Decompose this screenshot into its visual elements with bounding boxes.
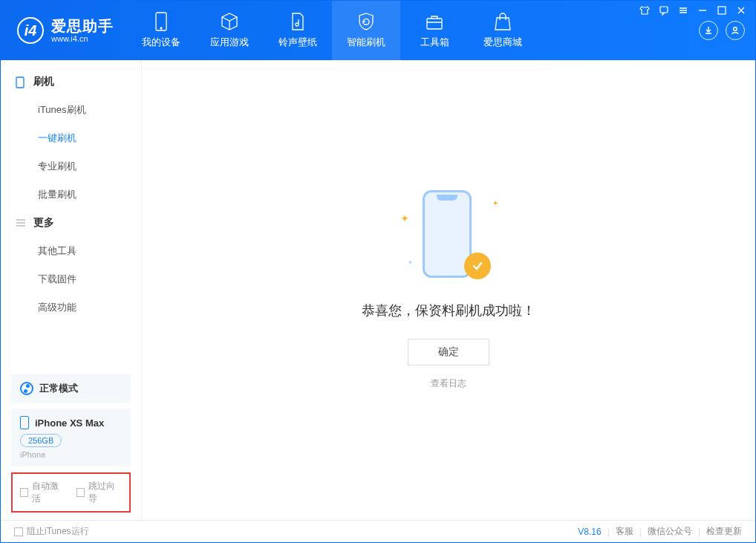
nav-smart-flash[interactable]: 智能刷机 bbox=[332, 1, 400, 60]
sidebar-group-flash: 刷机 bbox=[1, 68, 141, 96]
svg-point-4 bbox=[296, 23, 299, 26]
device-phone-icon bbox=[20, 416, 29, 429]
mode-icon bbox=[20, 382, 33, 395]
nav-store[interactable]: 爱思商城 bbox=[469, 1, 537, 60]
svg-rect-1 bbox=[718, 7, 726, 14]
nav-label: 我的设备 bbox=[142, 36, 180, 49]
shield-refresh-icon bbox=[356, 12, 376, 31]
close-button[interactable] bbox=[736, 5, 746, 16]
device-storage-badge: 256GB bbox=[20, 434, 62, 447]
nav-label: 工具箱 bbox=[420, 36, 449, 49]
mode-box[interactable]: 正常模式 bbox=[11, 374, 131, 403]
nav-label: 铃声壁纸 bbox=[278, 36, 317, 49]
auto-activate-checkbox[interactable]: 自动激活 bbox=[20, 480, 66, 505]
logo: i4 爱思助手 www.i4.cn bbox=[1, 1, 127, 60]
checkbox-icon bbox=[14, 527, 23, 536]
body: 刷机 iTunes刷机 一键刷机 专业刷机 批量刷机 更多 其他工具 下载固件 … bbox=[1, 60, 755, 520]
footer: 阻止iTunes运行 V8.16 | 客服 | 微信公众号 | 检查更新 bbox=[1, 520, 755, 542]
user-button[interactable] bbox=[726, 21, 745, 40]
device-icon bbox=[151, 12, 171, 31]
sidebar-item-advanced[interactable]: 高级功能 bbox=[1, 293, 141, 322]
nav-my-device[interactable]: 我的设备 bbox=[127, 1, 195, 60]
sidebar-group-title: 更多 bbox=[33, 216, 54, 230]
sidebar-item-other-tools[interactable]: 其他工具 bbox=[1, 237, 141, 265]
success-message: 恭喜您，保资料刷机成功啦！ bbox=[362, 302, 535, 319]
sidebar-item-pro-flash[interactable]: 专业刷机 bbox=[1, 152, 141, 181]
device-box[interactable]: iPhone XS Max 256GB iPhone bbox=[11, 409, 131, 466]
window-controls bbox=[639, 5, 746, 16]
music-file-icon bbox=[288, 12, 307, 31]
nav-toolbox[interactable]: 工具箱 bbox=[400, 1, 469, 60]
menu-icon[interactable] bbox=[678, 5, 688, 16]
cube-icon bbox=[220, 12, 239, 31]
block-itunes-checkbox[interactable]: 阻止iTunes运行 bbox=[14, 525, 89, 538]
separator: | bbox=[607, 527, 610, 537]
maximize-button[interactable] bbox=[717, 5, 727, 16]
feedback-icon[interactable] bbox=[659, 5, 669, 16]
checkbox-label: 自动激活 bbox=[32, 480, 65, 505]
sidebar-group-more: 更多 bbox=[1, 209, 141, 237]
minimize-button[interactable] bbox=[697, 5, 708, 16]
svg-point-3 bbox=[160, 27, 162, 29]
checkbox-icon bbox=[20, 488, 28, 497]
main-nav: 我的设备 应用游戏 铃声壁纸 智能刷机 工具箱 爱思商城 bbox=[127, 1, 537, 60]
app-window: i4 爱思助手 www.i4.cn 我的设备 应用游戏 铃声壁纸 智能刷机 bbox=[0, 0, 756, 543]
skin-icon[interactable] bbox=[639, 5, 650, 16]
list-small-icon bbox=[16, 218, 26, 228]
wechat-link[interactable]: 微信公众号 bbox=[648, 525, 692, 538]
success-illustration: ✦ ✦ ✦ bbox=[393, 190, 504, 287]
customer-service-link[interactable]: 客服 bbox=[616, 525, 633, 538]
sparkle-icon: ✦ bbox=[492, 199, 498, 207]
options-box: 自动激活 跳过向导 bbox=[11, 472, 131, 513]
sidebar-item-download-firmware[interactable]: 下载固件 bbox=[1, 265, 141, 293]
toolbox-icon bbox=[425, 12, 444, 31]
main-content: ✦ ✦ ✦ 恭喜您，保资料刷机成功啦！ 确定 查看日志 bbox=[142, 60, 755, 520]
separator: | bbox=[698, 527, 700, 537]
app-title: 爱思助手 bbox=[51, 18, 114, 34]
nav-label: 爱思商城 bbox=[483, 36, 522, 49]
nav-ringtone-wallpaper[interactable]: 铃声壁纸 bbox=[264, 1, 332, 60]
view-log-link[interactable]: 查看日志 bbox=[431, 377, 466, 390]
footer-right: V8.16 | 客服 | 微信公众号 | 检查更新 bbox=[578, 525, 742, 538]
checkbox-label: 跳过向导 bbox=[88, 480, 122, 505]
sidebar-item-oneclick-flash[interactable]: 一键刷机 bbox=[1, 124, 141, 152]
version-label: V8.16 bbox=[578, 527, 601, 537]
nav-label: 应用游戏 bbox=[210, 36, 249, 49]
ok-button[interactable]: 确定 bbox=[408, 339, 489, 365]
app-subtitle: www.i4.cn bbox=[51, 34, 114, 43]
nav-apps-games[interactable]: 应用游戏 bbox=[195, 1, 264, 60]
check-update-link[interactable]: 检查更新 bbox=[706, 525, 742, 538]
phone-small-icon bbox=[16, 77, 26, 87]
sidebar-item-batch-flash[interactable]: 批量刷机 bbox=[1, 181, 141, 209]
skip-guide-checkbox[interactable]: 跳过向导 bbox=[76, 480, 123, 505]
svg-point-6 bbox=[734, 27, 737, 31]
device-type-label: iPhone bbox=[20, 450, 122, 459]
checkbox-label: 阻止iTunes运行 bbox=[27, 525, 89, 538]
sidebar: 刷机 iTunes刷机 一键刷机 专业刷机 批量刷机 更多 其他工具 下载固件 … bbox=[1, 60, 142, 520]
device-name-label: iPhone XS Max bbox=[35, 417, 104, 429]
separator: | bbox=[639, 527, 642, 537]
svg-rect-7 bbox=[16, 77, 24, 88]
sparkle-icon: ✦ bbox=[400, 212, 409, 224]
check-badge-icon bbox=[464, 253, 491, 279]
mode-label: 正常模式 bbox=[39, 382, 78, 395]
nav-label: 智能刷机 bbox=[347, 36, 385, 49]
download-button[interactable] bbox=[699, 21, 718, 40]
sidebar-item-itunes-flash[interactable]: iTunes刷机 bbox=[1, 96, 141, 124]
bag-icon bbox=[493, 12, 512, 31]
logo-icon: i4 bbox=[17, 17, 44, 44]
sparkle-icon: ✦ bbox=[408, 259, 413, 266]
checkbox-icon bbox=[76, 488, 85, 497]
sidebar-bottom: 正常模式 iPhone XS Max 256GB iPhone 自动激活 bbox=[1, 367, 141, 520]
sidebar-group-title: 刷机 bbox=[33, 75, 54, 88]
svg-rect-5 bbox=[427, 19, 442, 29]
header: i4 爱思助手 www.i4.cn 我的设备 应用游戏 铃声壁纸 智能刷机 bbox=[1, 1, 755, 60]
svg-rect-0 bbox=[660, 7, 668, 13]
